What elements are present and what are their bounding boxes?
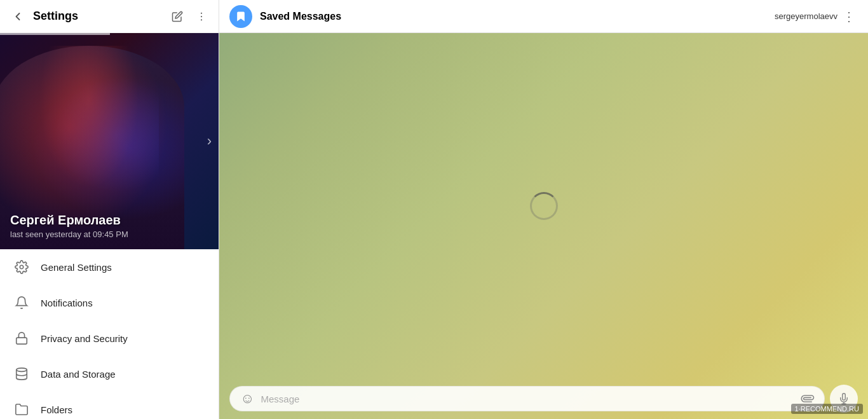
attach-button[interactable] bbox=[799, 390, 817, 408]
chat-input-bar: ☺ bbox=[219, 378, 868, 419]
message-input[interactable] bbox=[261, 394, 795, 404]
username: sergeyermolaevv bbox=[775, 11, 837, 21]
microphone-button[interactable] bbox=[830, 385, 858, 413]
face-overlay bbox=[19, 46, 159, 224]
settings-menu: General Settings Notifications Privacy a… bbox=[0, 249, 219, 419]
message-input-wrapper: ☺ bbox=[229, 386, 825, 411]
folder-icon bbox=[13, 401, 31, 418]
sidebar-header: Settings bbox=[0, 0, 219, 33]
svg-point-1 bbox=[201, 15, 202, 17]
lock-icon bbox=[13, 329, 31, 347]
database-icon bbox=[13, 365, 31, 383]
chat-body bbox=[219, 33, 868, 378]
notifications-label: Notifications bbox=[41, 298, 93, 308]
more-options-button[interactable] bbox=[194, 10, 208, 24]
folders-label: Folders bbox=[41, 404, 72, 415]
svg-point-3 bbox=[20, 265, 24, 269]
svg-point-0 bbox=[201, 12, 202, 13]
progress-bar bbox=[0, 33, 110, 35]
chevron-right-icon: › bbox=[207, 133, 212, 149]
profile-info: Сергей Ермолаев last seen yesterday at 0… bbox=[10, 213, 128, 239]
svg-point-5 bbox=[17, 368, 27, 372]
svg-point-2 bbox=[201, 19, 202, 20]
loading-spinner bbox=[530, 192, 558, 220]
general-settings-label: General Settings bbox=[41, 262, 112, 273]
menu-item-data[interactable]: Data and Storage bbox=[0, 356, 219, 392]
profile-status: last seen yesterday at 09:45 PM bbox=[10, 230, 128, 239]
data-storage-label: Data and Storage bbox=[41, 369, 116, 380]
chat-header-right: sergeyermolaevv ⋮ bbox=[775, 6, 858, 27]
emoji-button[interactable]: ☺ bbox=[240, 392, 254, 406]
sidebar: Settings › Сергей Ермолаев last bbox=[0, 0, 219, 419]
saved-messages-icon bbox=[229, 5, 252, 28]
chat-title: Saved Messages bbox=[260, 11, 341, 22]
chat-header-left: Saved Messages bbox=[229, 5, 341, 28]
svg-rect-4 bbox=[17, 338, 27, 344]
menu-item-general[interactable]: General Settings bbox=[0, 249, 219, 285]
menu-item-folders[interactable]: Folders bbox=[0, 392, 219, 419]
menu-item-privacy[interactable]: Privacy and Security bbox=[0, 320, 219, 356]
privacy-label: Privacy and Security bbox=[41, 333, 128, 344]
profile-name: Сергей Ермолаев bbox=[10, 213, 128, 228]
header-icons bbox=[170, 10, 208, 24]
menu-item-notifications[interactable]: Notifications bbox=[0, 285, 219, 320]
back-button[interactable] bbox=[10, 9, 25, 24]
settings-title: Settings bbox=[33, 10, 170, 23]
gear-icon bbox=[13, 258, 31, 276]
profile-banner[interactable]: › Сергей Ермолаев last seen yesterday at… bbox=[0, 33, 219, 249]
bell-icon bbox=[13, 294, 31, 312]
chat-more-options[interactable]: ⋮ bbox=[840, 6, 858, 27]
chat-header: Saved Messages sergeyermolaevv ⋮ bbox=[219, 0, 868, 33]
main-panel: Saved Messages sergeyermolaevv ⋮ ☺ bbox=[219, 0, 868, 419]
edit-button[interactable] bbox=[170, 10, 184, 24]
